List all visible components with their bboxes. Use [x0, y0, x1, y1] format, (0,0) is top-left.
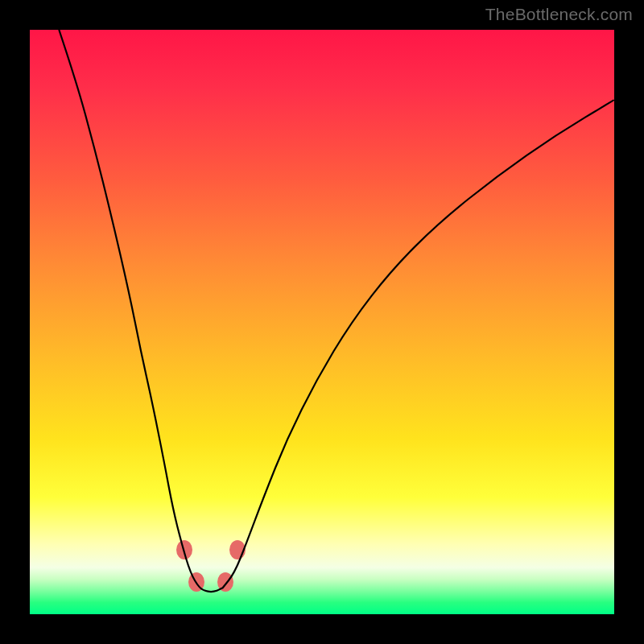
watermark-text: TheBottleneck.com — [485, 5, 633, 24]
bottleneck-curve — [30, 30, 614, 614]
plot-area — [30, 30, 614, 614]
chart-frame: TheBottleneck.com — [0, 0, 644, 644]
